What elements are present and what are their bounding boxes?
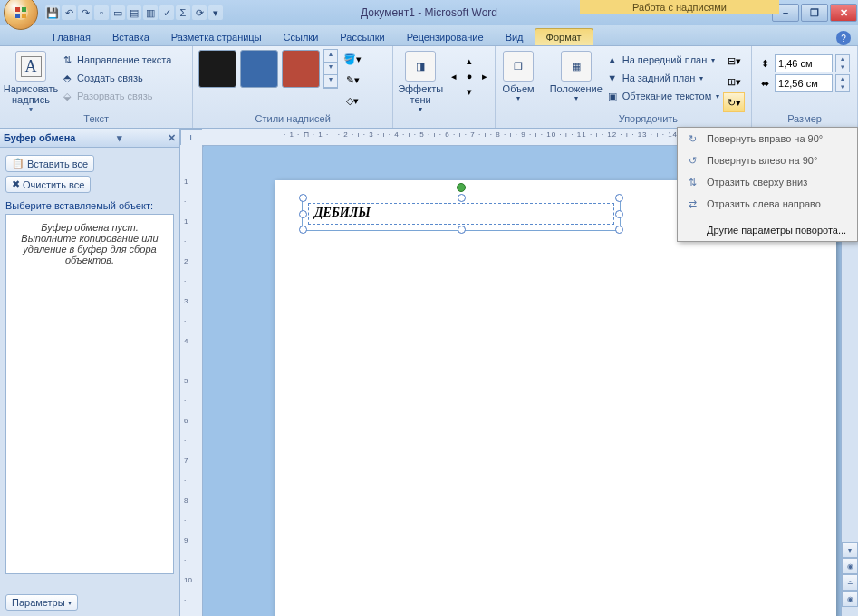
scroll-down-button[interactable]: ▾ xyxy=(842,542,858,558)
change-shape-button[interactable]: ◇▾ xyxy=(342,91,363,111)
taskpane-select-label: Выберите вставляемый объект: xyxy=(5,200,174,211)
maximize-button[interactable]: ❐ xyxy=(801,4,828,22)
group-shadow: ◨ Эффекты тени▾ ▴ ◂●▸ ▾ xyxy=(393,46,496,128)
height-spinner[interactable]: ▴▾ xyxy=(835,54,850,72)
qat-undo-icon[interactable]: ↶ xyxy=(62,5,76,20)
shadow-icon: ◨ xyxy=(405,51,436,82)
handle-n[interactable] xyxy=(458,194,466,202)
textbox[interactable]: ДЕБИЛЫ xyxy=(302,197,621,231)
shadow-up[interactable]: ▴ xyxy=(461,53,477,69)
position-icon: ▦ xyxy=(561,51,592,82)
more-rotation-options[interactable]: Другие параметры поворота... xyxy=(678,219,857,241)
contextual-tab-title: Работа с надписями xyxy=(580,0,779,14)
textbox-content[interactable]: ДЕБИЛЫ xyxy=(308,203,614,225)
align-button[interactable]: ⊟▾ xyxy=(723,51,745,71)
rotate-handle[interactable] xyxy=(457,183,466,192)
qat-preview-icon[interactable]: ▥ xyxy=(143,5,158,20)
text-wrap-button[interactable]: ▣Обтекание текстом▾ xyxy=(605,87,720,105)
front-icon: ▲ xyxy=(605,53,620,67)
qat-save-icon[interactable]: 💾 xyxy=(45,5,60,20)
title-bar: 💾 ↶ ↷ ▫ ▭ ▤ ▥ ✓ Σ ⟳ ▾ Документ1 - Micros… xyxy=(0,0,858,25)
taskpane-close-icon[interactable]: ✕ xyxy=(168,132,176,144)
paste-all-button[interactable]: 📋Вставить все xyxy=(5,155,94,172)
qat-open-icon[interactable]: ▭ xyxy=(111,5,125,20)
wrap-icon: ▣ xyxy=(605,89,620,103)
tab-layout[interactable]: Разметка страницы xyxy=(160,29,273,45)
browse-object-button[interactable]: ≏ xyxy=(842,574,858,591)
qat-more-icon[interactable]: ▾ xyxy=(208,5,223,20)
qat-spell-icon[interactable]: ✓ xyxy=(159,5,174,20)
style-swatch-2[interactable] xyxy=(240,50,278,88)
tab-format[interactable]: Формат xyxy=(535,28,593,45)
flip-v-icon: ⇅ xyxy=(685,175,699,189)
group-size: ⬍ 1,46 см ▴▾ ⬌ 12,56 см ▴▾ Размер xyxy=(752,46,858,128)
style-swatch-1[interactable] xyxy=(198,50,236,88)
flip-horizontal: ⇄Отразить слева направо xyxy=(678,193,857,215)
qat-sigma-icon[interactable]: Σ xyxy=(176,5,190,20)
ruler-corner[interactable]: L xyxy=(180,129,204,147)
paste-icon: 📋 xyxy=(12,158,24,169)
bring-front-button[interactable]: ▲На передний план▾ xyxy=(605,51,720,69)
create-link-button[interactable]: ⬘Создать связь xyxy=(60,69,171,87)
prev-page-button[interactable]: ◉ xyxy=(842,558,858,574)
ribbon: A Нарисовать надпись ▾ ⇅Направление текс… xyxy=(0,46,858,129)
group-text: A Нарисовать надпись ▾ ⇅Направление текс… xyxy=(0,46,193,128)
tab-view[interactable]: Вид xyxy=(495,29,535,45)
close-button[interactable]: ✕ xyxy=(830,4,857,22)
menu-separator xyxy=(703,217,832,217)
3d-effects-button[interactable]: ❒ Объем▾ xyxy=(501,49,535,102)
shadow-right[interactable]: ▸ xyxy=(477,68,493,84)
handle-ne[interactable] xyxy=(615,194,623,202)
draw-textbox-button[interactable]: A Нарисовать надпись ▾ xyxy=(5,49,56,113)
shape-outline-button[interactable]: ✎▾ xyxy=(342,70,363,90)
text-direction-button[interactable]: ⇅Направление текста xyxy=(60,51,171,69)
tab-mailings[interactable]: Рассылки xyxy=(329,29,395,45)
style-swatch-3[interactable] xyxy=(282,50,320,88)
vertical-ruler[interactable]: 1 · 1 · 2 · 3 · 4 · 5 · 6 · 7 · 8 · 9 · … xyxy=(180,145,203,616)
clipboard-taskpane: Буфер обмена ▾ ✕ 📋Вставить все ✖Очистить… xyxy=(0,129,180,616)
position-button[interactable]: ▦ Положение▾ xyxy=(551,49,602,102)
next-page-button[interactable]: ◉ xyxy=(842,591,858,607)
svg-rect-2 xyxy=(22,7,26,12)
group-button[interactable]: ⊞▾ xyxy=(723,72,745,91)
shape-fill-button[interactable]: 🪣▾ xyxy=(342,49,363,69)
handle-s[interactable] xyxy=(458,226,466,234)
flip-h-icon: ⇄ xyxy=(685,197,699,211)
height-input[interactable]: 1,46 см xyxy=(775,54,833,72)
qat-redo-icon[interactable]: ↷ xyxy=(78,5,92,20)
width-icon: ⬌ xyxy=(757,76,772,91)
width-input[interactable]: 12,56 см xyxy=(775,74,833,92)
unlink-icon: ⬙ xyxy=(60,89,74,103)
page[interactable]: ДЕБИЛЫ xyxy=(275,180,836,616)
shadow-effects-button[interactable]: ◨ Эффекты тени▾ xyxy=(399,49,442,113)
qat-new-icon[interactable]: ▫ xyxy=(94,5,109,20)
taskpane-dropdown-icon[interactable]: ▾ xyxy=(117,132,122,144)
handle-nw[interactable] xyxy=(299,194,307,202)
shadow-left[interactable]: ◂ xyxy=(446,68,462,84)
tab-references[interactable]: Ссылки xyxy=(273,29,330,45)
send-back-button[interactable]: ▼На задний план▾ xyxy=(605,69,720,87)
styles-gallery-scroll[interactable]: ▴▾▾ xyxy=(323,49,338,89)
handle-e[interactable] xyxy=(615,210,623,218)
clear-icon: ✖ xyxy=(12,178,20,190)
help-button[interactable]: ? xyxy=(836,31,851,45)
qat-refresh-icon[interactable]: ⟳ xyxy=(192,5,207,20)
handle-w[interactable] xyxy=(299,210,307,218)
options-button[interactable]: Параметры ▾ xyxy=(5,594,78,611)
shadow-center[interactable]: ● xyxy=(461,68,477,84)
shadow-down[interactable]: ▾ xyxy=(461,83,477,100)
tab-insert[interactable]: Вставка xyxy=(101,29,160,45)
width-spinner[interactable]: ▴▾ xyxy=(835,74,850,92)
quick-access-toolbar: 💾 ↶ ↷ ▫ ▭ ▤ ▥ ✓ Σ ⟳ ▾ xyxy=(45,5,223,20)
tab-home[interactable]: Главная xyxy=(42,29,101,45)
qat-print-icon[interactable]: ▤ xyxy=(127,5,141,20)
tab-review[interactable]: Рецензирование xyxy=(396,29,495,45)
handle-se[interactable] xyxy=(615,226,623,234)
rotate-button[interactable]: ↻▾ xyxy=(723,92,745,112)
direction-icon: ⇅ xyxy=(60,53,74,67)
handle-sw[interactable] xyxy=(299,226,307,234)
clear-all-button[interactable]: ✖Очистить все xyxy=(5,176,91,193)
ribbon-tabs: Главная Вставка Разметка страницы Ссылки… xyxy=(0,25,858,46)
link-icon: ⬘ xyxy=(60,71,74,85)
group-3d: ❒ Объем▾ xyxy=(496,46,545,128)
